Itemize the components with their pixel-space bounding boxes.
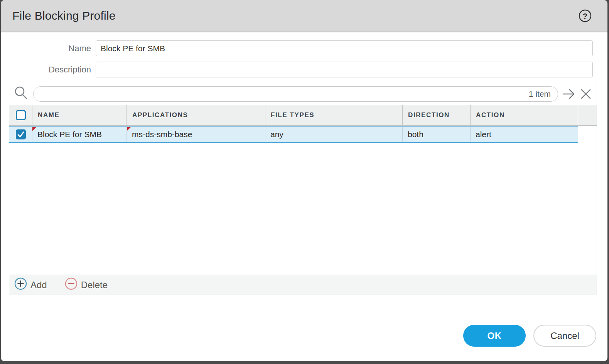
filter-bar: 1 item: [9, 83, 597, 105]
rules-table-panel: 1 item NAME APPLICATIONS FIL: [9, 83, 597, 295]
file-blocking-profile-dialog: File Blocking Profile ? Name Description: [1, 0, 607, 361]
column-header-direction[interactable]: DIRECTION: [403, 105, 471, 125]
cell-direction-text: both: [408, 130, 423, 139]
cell-name-text: Block PE for SMB: [37, 130, 102, 139]
search-icon: [14, 86, 29, 102]
header-gutter: [578, 105, 597, 125]
modified-flag-icon: [127, 127, 131, 131]
profile-form: Name Description: [1, 32, 607, 77]
description-field[interactable]: [96, 62, 593, 77]
description-row: Description: [1, 62, 607, 77]
table-header-row: NAME APPLICATIONS FILE TYPES DIRECTION A…: [9, 105, 597, 126]
add-button[interactable]: Add: [14, 277, 47, 292]
name-row: Name: [1, 40, 607, 56]
cell-action: alert: [471, 127, 578, 142]
delete-button-label: Delete: [81, 280, 108, 290]
select-all-checkbox[interactable]: [16, 110, 26, 120]
row-checkbox-checked[interactable]: [16, 129, 26, 139]
cell-applications: ms-ds-smb-base: [127, 127, 265, 142]
cell-direction: both: [403, 127, 471, 142]
clear-filter-close-icon[interactable]: [580, 88, 592, 100]
table-body: Block PE for SMB ms-ds-smb-base any both…: [9, 126, 597, 275]
cancel-button[interactable]: Cancel: [533, 325, 596, 347]
dialog-titlebar: File Blocking Profile ?: [1, 0, 607, 32]
ok-button[interactable]: OK: [463, 325, 526, 347]
filter-pill: 1 item: [33, 86, 558, 102]
column-header-action[interactable]: ACTION: [471, 105, 578, 125]
filter-input[interactable]: [34, 87, 529, 101]
delete-button[interactable]: Delete: [65, 277, 108, 292]
column-header-name[interactable]: NAME: [32, 105, 127, 125]
table-row[interactable]: Block PE for SMB ms-ds-smb-base any both…: [9, 126, 578, 143]
cell-action-text: alert: [476, 130, 491, 139]
dialog-title: File Blocking Profile: [12, 9, 116, 22]
item-count: 1 item: [529, 89, 558, 99]
column-header-applications[interactable]: APPLICATIONS: [127, 105, 265, 125]
add-button-label: Add: [30, 280, 47, 290]
add-icon: [14, 277, 27, 292]
name-field[interactable]: [96, 40, 593, 56]
description-label: Description: [1, 65, 96, 75]
cell-file-types: any: [265, 127, 403, 142]
row-select-cell: [9, 127, 32, 142]
delete-icon: [65, 277, 78, 292]
apply-filter-arrow-icon[interactable]: [562, 88, 576, 100]
modified-flag-icon: [32, 127, 37, 131]
help-icon[interactable]: ?: [578, 9, 592, 23]
cell-applications-text: ms-ds-smb-base: [132, 130, 192, 139]
svg-text:?: ?: [583, 12, 588, 20]
name-label: Name: [1, 44, 96, 54]
select-all-cell: [9, 105, 32, 125]
column-header-file-types[interactable]: FILE TYPES: [265, 105, 403, 125]
table-footer: Add Delete: [9, 275, 597, 295]
checkmark-icon: [17, 131, 25, 138]
cell-file-types-text: any: [270, 130, 283, 139]
cell-name: Block PE for SMB: [32, 127, 127, 142]
